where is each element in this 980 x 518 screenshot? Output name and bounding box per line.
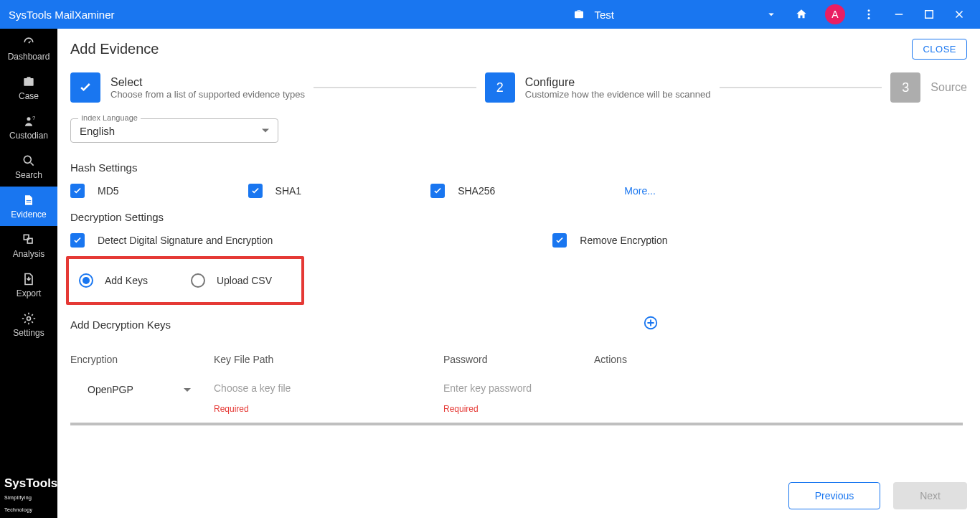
index-language-select[interactable]: Index Language English [70,118,278,143]
checkbox-checked-icon [70,233,85,248]
sidebar-item-label: Search [15,170,42,180]
key-password-input[interactable]: Enter key password [443,380,594,397]
step-title: Select [110,76,305,89]
add-key-button[interactable] [643,315,659,334]
checkbox-label: Detect Digital Signature and Encryption [98,235,273,246]
sidebar-item-label: Export [17,288,42,298]
svg-rect-3 [895,14,903,15]
key-file-input[interactable]: Choose a key file [214,380,443,397]
sidebar-item-export[interactable]: Export [0,265,57,305]
step-desc: Customize how the evidence will be scann… [525,89,711,100]
encryption-value: OpenPGP [88,384,133,395]
field-label: Index Language [78,116,141,122]
encryption-select[interactable]: OpenPGP [80,380,214,400]
key-mode-highlight: Add Keys Upload CSV [66,256,304,305]
brand-logo: SysTools® Simplifying Technology [0,473,57,518]
required-label: Required [214,404,443,414]
more-vert-icon[interactable] [862,8,875,21]
radio-upload-csv[interactable]: Upload CSV [191,273,272,288]
th-actions: Actions [594,347,644,372]
close-window-icon[interactable] [953,8,966,21]
step-number: 3 [890,72,920,103]
checkbox-label: SHA1 [275,185,302,197]
svg-point-1 [868,14,870,16]
checkbox-md5[interactable]: MD5 [70,184,119,198]
checkbox-sha1[interactable]: SHA1 [248,184,302,198]
step-select[interactable]: Select Choose from a list of supported e… [70,72,305,103]
close-button[interactable]: CLOSE [912,39,967,60]
content-scroll[interactable]: Index Language English Hash Settings MD5… [57,116,980,474]
radio-unselected-icon [191,273,205,288]
required-label: Required [443,404,594,414]
checkbox-checked-icon [552,233,567,248]
th-password: Password [443,347,594,372]
stepper: Select Choose from a list of supported e… [57,67,980,116]
sidebar-item-label: Case [19,91,39,101]
wizard-footer: Previous Next [57,474,980,518]
radio-selected-icon [79,273,93,288]
radio-add-keys[interactable]: Add Keys [79,273,148,288]
svg-rect-4 [925,11,933,19]
decryption-settings-title: Decryption Settings [70,211,967,223]
svg-rect-8 [27,200,32,201]
checkbox-remove-encryption[interactable]: Remove Encryption [552,233,667,248]
step-source[interactable]: 3 Source [890,72,967,103]
chevron-down-icon [262,129,269,133]
keys-table: Encryption Key File Path Password Action… [70,347,644,414]
svg-point-2 [868,17,870,19]
svg-point-0 [868,9,870,11]
titlebar-case[interactable]: Test [565,5,621,24]
sidebar-item-label: Evidence [11,209,46,220]
page-title: Add Evidence [70,41,159,57]
checkbox-checked-icon [70,184,85,198]
minimize-icon[interactable] [892,8,905,21]
bottom-scrollbar[interactable] [70,423,963,425]
previous-button[interactable]: Previous [788,482,880,509]
svg-point-12 [27,317,31,321]
sidebar-item-label: Analysis [13,249,45,259]
sidebar-item-evidence[interactable]: Evidence [0,187,57,226]
maximize-icon[interactable] [923,8,936,21]
main-area: Add Evidence CLOSE Select Choose from a … [57,29,980,518]
radio-label: Add Keys [105,275,148,286]
step-configure[interactable]: 2 Configure Customize how the evidence w… [485,72,711,103]
sidebar-item-case[interactable]: Case [0,68,57,108]
checkbox-label: MD5 [98,185,119,197]
titlebar-case-name: Test [594,9,614,21]
sidebar-item-label: Dashboard [8,52,50,62]
sidebar-item-label: Custodian [9,131,48,141]
th-key-path: Key File Path [214,347,443,372]
hash-settings-title: Hash Settings [70,161,967,174]
svg-point-7 [24,156,31,163]
sidebar-item-analysis[interactable]: Analysis [0,226,57,265]
sidebar-item-search[interactable]: Search [0,147,57,187]
checkbox-checked-icon [248,184,263,198]
hash-more-link[interactable]: More... [624,185,656,197]
titlebar: SysTools MailXaminer Test A [0,0,980,29]
checkbox-sha256[interactable]: SHA256 [430,184,495,198]
table-row: OpenPGP Choose a key file Required Enter… [70,372,644,414]
checkbox-detect-signature[interactable]: Detect Digital Signature and Encryption [70,233,273,248]
home-icon[interactable] [795,8,808,21]
svg-point-5 [27,117,31,121]
avatar[interactable]: A [825,4,845,24]
index-language-value: English [80,125,115,137]
next-button[interactable]: Next [893,482,967,509]
radio-label: Upload CSV [217,275,272,286]
step-desc: Choose from a list of supported evidence… [110,89,305,100]
sidebar-item-label: Settings [13,328,44,338]
sidebar-item-settings[interactable]: Settings [0,305,57,344]
step-number: 2 [485,72,515,103]
plus-circle-icon [643,315,659,331]
step-title: Source [930,81,967,94]
add-decryption-keys-title: Add Decryption Keys [70,319,643,331]
sidebar-item-dashboard[interactable]: Dashboard [0,29,57,68]
checkbox-label: Remove Encryption [580,235,667,246]
caret-down-icon[interactable] [765,8,778,21]
checkbox-label: SHA256 [458,185,495,197]
sidebar: Dashboard Case ? Custodian Search Eviden… [0,29,57,518]
app-title: SysTools MailXaminer [6,9,115,21]
checkbox-checked-icon [430,184,445,198]
chevron-down-icon [184,388,191,392]
sidebar-item-custodian[interactable]: ? Custodian [0,108,57,147]
